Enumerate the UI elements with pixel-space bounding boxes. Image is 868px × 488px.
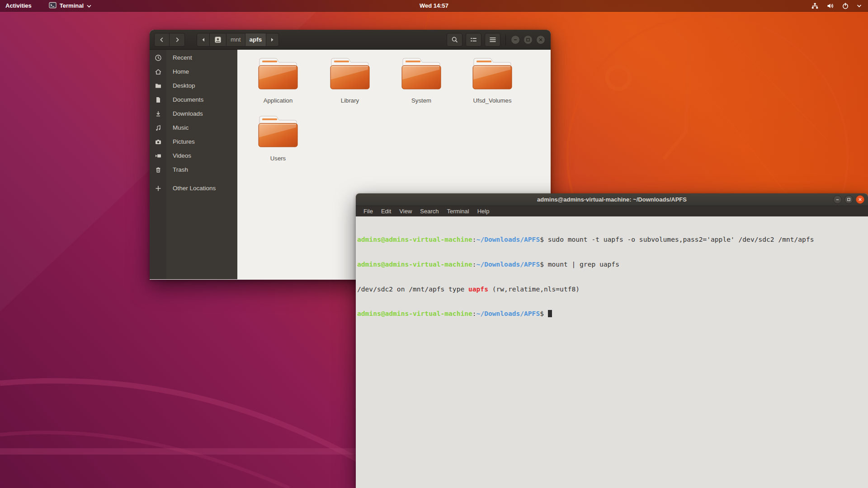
sidebar-item-label: Other Locations [173,185,216,192]
chevron-down-icon [857,4,862,8]
path-scroll-left-icon[interactable] [197,33,210,47]
sidebar-item-trash[interactable]: Trash [150,163,237,177]
sidebar-item-videos[interactable]: Videos [150,149,237,163]
sidebar-item-pictures[interactable]: Pictures [150,135,237,149]
document-icon [150,96,166,103]
files-sidebar: Recent Home Desktop [150,50,237,279]
plus-icon [150,185,166,192]
music-icon [150,124,166,131]
chevron-down-icon [87,2,91,9]
app-menu-label: Terminal [60,2,84,9]
sidebar-item-label: Desktop [173,82,195,89]
output-text: /dev/sdc2 on /mnt/apfs type [357,285,468,293]
sidebar-item-music[interactable]: Music [150,121,237,135]
folder-label: Application [264,97,293,104]
close-button[interactable] [856,195,864,204]
folder-label: System [411,97,431,104]
sidebar-item-desktop[interactable]: Desktop [150,79,237,93]
minimize-button[interactable] [511,35,520,44]
camera-icon [150,138,166,145]
menu-terminal[interactable]: Terminal [443,208,473,215]
maximize-button[interactable] [524,35,533,44]
trash-icon [150,166,166,174]
system-tray[interactable] [811,2,868,9]
terminal-line: /dev/sdc2 on /mnt/apfs type uapfs (rw,re… [357,285,868,293]
menu-button[interactable] [485,33,500,47]
terminal-window: admins@admins-virtual-machine: ~/Downloa… [356,193,868,488]
path-bar: mnt apfs [197,33,279,47]
sidebar-item-label: Videos [173,152,191,159]
view-toggle-button[interactable] [466,33,481,47]
power-icon [842,2,849,9]
download-icon [150,110,166,117]
terminal-line: admins@admins-virtual-machine:~/Download… [357,260,868,268]
menu-edit[interactable]: Edit [377,208,395,215]
menu-view[interactable]: View [395,208,416,215]
activities-label: Activities [5,2,32,9]
folder-icon [471,56,514,93]
folder-system[interactable]: System [386,56,457,104]
sidebar-item-label: Downloads [173,110,203,117]
sidebar-item-label: Recent [173,54,192,61]
folder-icon [150,82,166,89]
terminal-title-bar[interactable]: admins@admins-virtual-machine: ~/Downloa… [356,193,868,206]
output-text: (rw,relatime,nls=utf8) [488,285,580,293]
terminal-cursor [548,310,552,317]
sidebar-item-downloads[interactable]: Downloads [150,107,237,121]
terminal-title: admins@admins-virtual-machine: ~/Downloa… [356,196,868,203]
desktop: Activities Terminal Wed 14:57 [0,0,868,488]
minimize-button[interactable] [833,195,842,204]
search-button[interactable] [447,33,462,47]
clock[interactable]: Wed 14:57 [0,2,868,9]
sidebar-item-label: Pictures [173,138,195,145]
sidebar-item-label: Music [173,124,189,131]
terminal-line: admins@admins-virtual-machine:~/Download… [357,235,868,244]
command-text: sudo mount -t uapfs -o subvolumes,pass2=… [544,235,814,243]
folder-label: Library [341,97,359,104]
folder-label: Users [270,155,286,162]
terminal-output[interactable]: admins@admins-virtual-machine:~/Download… [356,216,868,488]
top-bar: Activities Terminal Wed 14:57 [0,0,868,12]
drive-icon[interactable] [210,33,226,47]
folder-icon [328,56,372,93]
files-header-bar: mnt apfs [150,30,551,50]
sidebar-item-recent[interactable]: Recent [150,51,237,65]
path-segment-mnt[interactable]: mnt [226,33,245,47]
network-icon [811,2,819,9]
folder-ufsd-volumes[interactable]: Ufsd_Volumes [457,56,528,104]
terminal-menu-bar: File Edit View Search Terminal Help [356,206,868,216]
activities-button[interactable]: Activities [0,0,37,12]
folder-label: Ufsd_Volumes [473,97,511,104]
video-icon [150,152,166,160]
folder-application[interactable]: Application [242,56,314,104]
folder-icon [256,56,300,93]
sidebar-item-label: Home [173,68,189,75]
app-menu-terminal[interactable]: Terminal [43,0,97,12]
folder-users[interactable]: Users [242,114,314,162]
terminal-line: admins@admins-virtual-machine:~/Download… [357,310,868,318]
close-button[interactable] [536,35,545,44]
sidebar-item-documents[interactable]: Documents [150,93,237,107]
folder-icon [400,56,443,93]
maximize-button[interactable] [844,195,853,204]
clock-icon [150,54,166,61]
sidebar-item-other-locations[interactable]: Other Locations [150,181,237,195]
sidebar-item-label: Documents [173,96,203,103]
menu-search[interactable]: Search [416,208,443,215]
path-segment-apfs[interactable]: apfs [245,33,267,47]
forward-button[interactable] [170,33,185,47]
grep-match: uapfs [468,285,488,293]
path-scroll-right-icon[interactable] [266,33,279,47]
menu-file[interactable]: File [359,208,377,215]
terminal-app-icon [49,2,57,10]
sidebar-item-label: Trash [173,166,188,173]
home-icon [150,68,166,75]
sidebar-item-home[interactable]: Home [150,65,237,79]
volume-icon [826,2,834,9]
command-text: mount | grep uapfs [544,260,619,268]
menu-help[interactable]: Help [473,208,494,215]
folder-icon [256,114,300,151]
folder-library[interactable]: Library [314,56,386,104]
back-button[interactable] [154,33,170,47]
